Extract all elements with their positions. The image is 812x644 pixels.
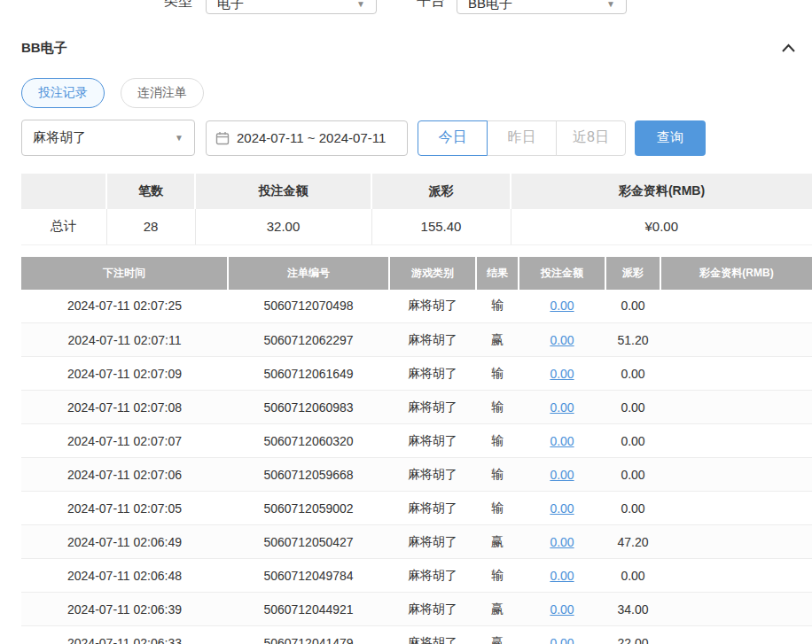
- platform-filter-value: BB电子: [468, 0, 512, 12]
- game-select[interactable]: 麻将胡了 ▼: [21, 120, 195, 156]
- cell-game-category: 麻将胡了: [389, 525, 476, 559]
- summary-total-count: 28: [106, 209, 195, 244]
- cell-order-number: 5060712044921: [228, 593, 389, 626]
- cell-order-number: 5060712059002: [228, 492, 389, 525]
- summary-header-row: 笔数 投注金额 派彩 彩金资料(RMB): [21, 174, 812, 209]
- summary-header-payout: 派彩: [371, 174, 511, 209]
- bet-amount-link[interactable]: 0.00: [550, 501, 574, 516]
- cell-payout: 0.00: [605, 458, 660, 492]
- yesterday-button[interactable]: 昨日: [487, 120, 557, 156]
- table-row: 2024-07-11 02:07:25 5060712070498 麻将胡了 输…: [21, 290, 812, 323]
- type-filter-label: 类型: [164, 0, 192, 11]
- summary-table: 笔数 投注金额 派彩 彩金资料(RMB) 总计 28 32.00 155.40 …: [21, 174, 812, 245]
- cell-order-number: 5060712060983: [228, 391, 389, 424]
- header-bonus-info: 彩金资料(RMB): [660, 257, 812, 290]
- header-bet-time: 下注时间: [21, 257, 228, 290]
- summary-header-bet: 投注金额: [195, 174, 371, 209]
- bet-amount-link[interactable]: 0.00: [550, 535, 574, 549]
- cell-order-number: 5060712059668: [228, 458, 389, 492]
- tab-cancelled-orders[interactable]: 连消注单: [121, 78, 204, 108]
- cell-bet-time: 2024-07-11 02:07:11: [21, 323, 228, 357]
- cell-game-category: 麻将胡了: [389, 458, 476, 492]
- cell-bonus-info: [660, 559, 812, 593]
- cell-order-number: 5060712070498: [228, 290, 389, 323]
- cell-result: 输: [476, 492, 519, 525]
- bet-amount-link[interactable]: 0.00: [550, 569, 574, 583]
- cell-bet-time: 2024-07-11 02:06:49: [21, 525, 228, 559]
- cell-bet-amount: 0.00: [519, 424, 605, 458]
- cell-order-number: 5060712050427: [228, 525, 389, 559]
- table-row: 2024-07-11 02:06:33 5060712041479 麻将胡了 赢…: [21, 626, 812, 644]
- cell-bonus-info: [660, 593, 812, 626]
- cell-bet-time: 2024-07-11 02:07:08: [21, 391, 228, 424]
- table-row: 2024-07-11 02:07:06 5060712059668 麻将胡了 输…: [21, 458, 812, 492]
- cell-order-number: 5060712061649: [228, 357, 389, 391]
- bet-amount-link[interactable]: 0.00: [550, 636, 574, 644]
- summary-header-blank: [21, 174, 106, 209]
- bet-amount-link[interactable]: 0.00: [550, 367, 574, 381]
- table-row: 2024-07-11 02:07:05 5060712059002 麻将胡了 输…: [21, 492, 812, 525]
- today-button[interactable]: 今日: [418, 120, 488, 156]
- cell-bet-amount: 0.00: [519, 525, 605, 559]
- cell-bet-amount: 0.00: [519, 559, 605, 593]
- cell-bet-amount: 0.00: [519, 626, 605, 644]
- bet-amount-link[interactable]: 0.00: [550, 333, 574, 347]
- cell-payout: 22.00: [605, 626, 660, 644]
- summary-total-label: 总计: [21, 209, 106, 244]
- type-filter-select[interactable]: 电子 ▼: [206, 0, 377, 14]
- bet-table-body: 2024-07-11 02:07:25 5060712070498 麻将胡了 输…: [21, 290, 812, 644]
- cell-payout: 0.00: [605, 559, 660, 593]
- cell-bet-time: 2024-07-11 02:06:48: [21, 559, 228, 593]
- filter-row: 麻将胡了 ▼ 2024-07-11 ~ 2024-07-11 今日 昨日 近8日…: [21, 120, 812, 156]
- section-title: BB电子: [21, 40, 67, 57]
- last-8-days-button[interactable]: 近8日: [556, 120, 626, 156]
- cell-order-number: 5060712049784: [228, 559, 389, 593]
- cell-result: 赢: [476, 323, 519, 357]
- header-game-category: 游戏类别: [389, 257, 476, 290]
- tab-bet-records[interactable]: 投注记录: [21, 78, 105, 108]
- cell-bonus-info: [660, 492, 812, 525]
- bet-amount-link[interactable]: 0.00: [550, 468, 574, 482]
- cell-result: 输: [476, 458, 519, 492]
- cell-payout: 0.00: [605, 357, 660, 391]
- quick-date-buttons: 今日 昨日 近8日: [418, 120, 626, 156]
- cell-result: 输: [476, 391, 519, 424]
- cell-payout: 51.20: [605, 323, 660, 357]
- game-select-value: 麻将胡了: [33, 129, 86, 146]
- cell-result: 赢: [476, 593, 519, 626]
- date-range-value: 2024-07-11 ~ 2024-07-11: [237, 130, 386, 145]
- cell-game-category: 麻将胡了: [389, 559, 476, 593]
- cell-game-category: 麻将胡了: [389, 357, 476, 391]
- platform-filter-select[interactable]: BB电子 ▼: [457, 0, 627, 14]
- calendar-icon: [215, 131, 230, 145]
- bet-amount-link[interactable]: 0.00: [550, 299, 574, 313]
- date-range-picker[interactable]: 2024-07-11 ~ 2024-07-11: [206, 120, 408, 156]
- cell-bet-amount: 0.00: [519, 593, 605, 626]
- cell-bet-amount: 0.00: [519, 357, 605, 391]
- chevron-down-icon: ▼: [356, 0, 365, 9]
- table-row: 2024-07-11 02:06:48 5060712049784 麻将胡了 输…: [21, 559, 812, 593]
- top-filter-strip: 类型 电子 ▼ 平台 BB电子 ▼: [0, 0, 812, 16]
- cell-game-category: 麻将胡了: [389, 492, 476, 525]
- cell-result: 输: [476, 559, 519, 593]
- cell-order-number: 5060712062297: [228, 323, 389, 357]
- cell-bonus-info: [660, 290, 812, 323]
- bet-amount-link[interactable]: 0.00: [550, 400, 574, 415]
- chevron-up-icon: [781, 43, 796, 53]
- bet-amount-link[interactable]: 0.00: [550, 434, 574, 448]
- summary-header-bonus: 彩金资料(RMB): [511, 174, 812, 209]
- cell-bet-time: 2024-07-11 02:07:25: [21, 290, 228, 323]
- cell-result: 输: [476, 290, 519, 323]
- header-payout: 派彩: [605, 257, 660, 290]
- cell-game-category: 麻将胡了: [389, 391, 476, 424]
- platform-filter-label: 平台: [417, 0, 445, 11]
- query-button[interactable]: 查询: [635, 120, 706, 156]
- header-order-number: 注单编号: [228, 257, 389, 290]
- cell-order-number: 5060712041479: [228, 626, 389, 644]
- type-filter-value: 电子: [217, 0, 244, 12]
- cell-bonus-info: [660, 391, 812, 424]
- table-row: 2024-07-11 02:06:39 5060712044921 麻将胡了 赢…: [21, 593, 812, 626]
- collapse-section-button[interactable]: [779, 42, 798, 55]
- bet-amount-link[interactable]: 0.00: [550, 602, 574, 617]
- cell-bet-amount: 0.00: [519, 391, 605, 424]
